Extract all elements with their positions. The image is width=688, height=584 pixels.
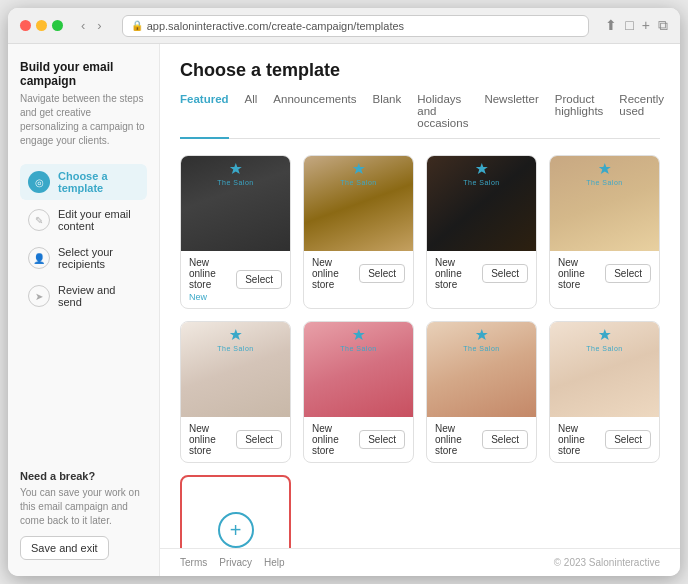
- footer-help[interactable]: Help: [264, 557, 285, 568]
- card-name-1: New online store: [189, 257, 236, 290]
- logo-text-7: The Salon: [463, 345, 499, 352]
- select-button-8[interactable]: Select: [605, 430, 651, 449]
- card-badge-1: New: [189, 292, 236, 302]
- lock-icon: 🔒: [131, 20, 143, 31]
- card-bottom-1: New online store New Select: [181, 251, 290, 308]
- template-card-4[interactable]: The Salon New online store Select: [549, 155, 660, 309]
- template-card-8[interactable]: The Salon New online store Select: [549, 321, 660, 463]
- sidebar-item-review-send[interactable]: ➤ Review and send: [20, 278, 147, 314]
- select-button-6[interactable]: Select: [359, 430, 405, 449]
- card-preview-1: The Salon: [181, 156, 290, 251]
- card-logo-4: The Salon: [586, 162, 622, 186]
- select-button-7[interactable]: Select: [482, 430, 528, 449]
- tabs-icon[interactable]: ⧉: [658, 17, 668, 34]
- template-card-1[interactable]: The Salon New online store New Select: [180, 155, 291, 309]
- salon-logo-icon-2: [351, 162, 365, 179]
- select-button-4[interactable]: Select: [605, 264, 651, 283]
- forward-button[interactable]: ›: [93, 16, 105, 35]
- step-icon-recipients: 👤: [28, 247, 50, 269]
- sidebar-item-edit-content[interactable]: ✎ Edit your email content: [20, 202, 147, 238]
- step-label-edit: Edit your email content: [58, 208, 139, 232]
- sidebar-item-choose-template[interactable]: ◎ Choose a template: [20, 164, 147, 200]
- card-logo-7: The Salon: [463, 328, 499, 352]
- template-card-5[interactable]: The Salon New online store Select: [180, 321, 291, 463]
- logo-text-8: The Salon: [586, 345, 622, 352]
- tab-all[interactable]: All: [245, 93, 258, 139]
- close-button[interactable]: [20, 20, 31, 31]
- select-button-5[interactable]: Select: [236, 430, 282, 449]
- tab-announcements[interactable]: Announcements: [273, 93, 356, 139]
- design-own-card[interactable]: + Design my own: [180, 475, 291, 548]
- save-exit-button[interactable]: Save and exit: [20, 536, 109, 560]
- card-bottom-8: New online store Select: [550, 417, 659, 462]
- traffic-lights: [20, 20, 63, 31]
- step-label-choose: Choose a template: [58, 170, 139, 194]
- footer-terms[interactable]: Terms: [180, 557, 207, 568]
- browser-bar: ‹ › 🔒 app.saloninteractive.com/create-ca…: [8, 8, 680, 44]
- browser-actions: ⬆ □ + ⧉: [605, 17, 668, 34]
- card-bottom-3: New online store Select: [427, 251, 536, 296]
- browser-window: ‹ › 🔒 app.saloninteractive.com/create-ca…: [8, 8, 680, 576]
- select-button-1[interactable]: Select: [236, 270, 282, 289]
- template-card-6[interactable]: The Salon New online store Select: [303, 321, 414, 463]
- tab-recently-used[interactable]: Recently used: [619, 93, 664, 139]
- main-content: Choose a template Featured All Announcem…: [160, 44, 680, 548]
- logo-text-6: The Salon: [340, 345, 376, 352]
- address-bar[interactable]: 🔒 app.saloninteractive.com/create-campai…: [122, 15, 590, 37]
- sidebar-item-select-recipients[interactable]: 👤 Select your recipients: [20, 240, 147, 276]
- bookmark-icon[interactable]: □: [625, 17, 633, 34]
- card-logo-1: The Salon: [217, 162, 253, 186]
- page-title: Choose a template: [180, 60, 660, 81]
- logo-text-5: The Salon: [217, 345, 253, 352]
- card-logo-3: The Salon: [463, 162, 499, 186]
- card-preview-5: The Salon: [181, 322, 290, 417]
- card-preview-7: The Salon: [427, 322, 536, 417]
- card-name-3: New online store: [435, 257, 482, 290]
- tab-blank[interactable]: Blank: [372, 93, 401, 139]
- break-title: Need a break?: [20, 470, 147, 482]
- card-preview-3: The Salon: [427, 156, 536, 251]
- salon-logo-icon-1: [228, 162, 242, 179]
- tab-product-highlights[interactable]: Product highlights: [555, 93, 604, 139]
- card-name-area-1: New online store New: [189, 257, 236, 302]
- tab-featured[interactable]: Featured: [180, 93, 229, 139]
- templates-grid-row1: The Salon New online store New Select: [180, 155, 660, 309]
- back-button[interactable]: ‹: [77, 16, 89, 35]
- templates-grid-row2: The Salon New online store Select: [180, 321, 660, 463]
- card-name-area-5: New online store: [189, 423, 236, 456]
- minimize-button[interactable]: [36, 20, 47, 31]
- template-card-3[interactable]: The Salon New online store Select: [426, 155, 537, 309]
- template-card-7[interactable]: The Salon New online store Select: [426, 321, 537, 463]
- logo-text-2: The Salon: [340, 179, 376, 186]
- card-bottom-6: New online store Select: [304, 417, 413, 462]
- step-icon-review: ➤: [28, 285, 50, 307]
- maximize-button[interactable]: [52, 20, 63, 31]
- select-button-2[interactable]: Select: [359, 264, 405, 283]
- step-label-review: Review and send: [58, 284, 139, 308]
- card-name-area-4: New online store: [558, 257, 605, 290]
- logo-text-1: The Salon: [217, 179, 253, 186]
- tab-holidays[interactable]: Holidays and occasions: [417, 93, 468, 139]
- card-name-area-8: New online store: [558, 423, 605, 456]
- footer-links: Terms Privacy Help: [180, 557, 285, 568]
- select-button-3[interactable]: Select: [482, 264, 528, 283]
- footer-privacy[interactable]: Privacy: [219, 557, 252, 568]
- card-logo-6: The Salon: [340, 328, 376, 352]
- step-icon-edit: ✎: [28, 209, 50, 231]
- sidebar-break: Need a break? You can save your work on …: [20, 454, 147, 560]
- logo-text-3: The Salon: [463, 179, 499, 186]
- card-preview-4: The Salon: [550, 156, 659, 251]
- card-name-area-3: New online store: [435, 257, 482, 290]
- sidebar-steps: ◎ Choose a template ✎ Edit your email co…: [20, 164, 147, 314]
- card-name-area-7: New online store: [435, 423, 482, 456]
- salon-logo-icon-8: [597, 328, 611, 345]
- card-bottom-4: New online store Select: [550, 251, 659, 296]
- card-logo-5: The Salon: [217, 328, 253, 352]
- card-bottom-7: New online store Select: [427, 417, 536, 462]
- tab-newsletter[interactable]: Newsletter: [484, 93, 538, 139]
- share-icon[interactable]: ⬆: [605, 17, 617, 34]
- card-name-5: New online store: [189, 423, 236, 456]
- template-card-2[interactable]: The Salon New online store Select: [303, 155, 414, 309]
- salon-logo-icon-3: [474, 162, 488, 179]
- plus-icon[interactable]: +: [642, 17, 650, 34]
